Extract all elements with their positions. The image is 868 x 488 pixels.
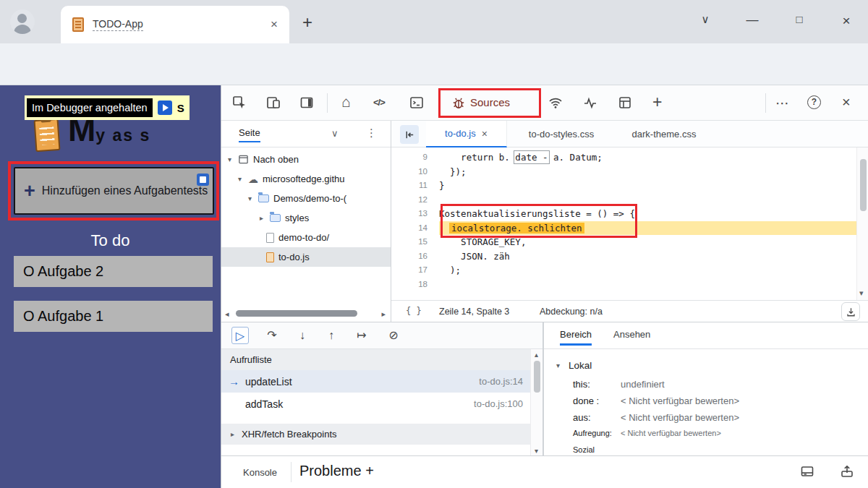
tab-console[interactable]: Konsole xyxy=(243,467,277,478)
code-view[interactable]: 9 return b. date - a. Datum; 10 }); 11 }… xyxy=(391,150,856,300)
devtools-menu-icon[interactable]: ⋯ xyxy=(775,95,789,111)
caret-closed-icon[interactable]: ▸ xyxy=(229,430,237,438)
editor-vertical-scrollbar[interactable]: ▾ xyxy=(856,147,868,300)
minimize-button[interactable]: — xyxy=(741,13,763,27)
tab-list-chevron-icon[interactable]: ∨ xyxy=(694,13,716,26)
profile-avatar[interactable] xyxy=(10,9,35,34)
line-number[interactable]: 17 xyxy=(391,263,439,278)
line-number[interactable]: 15 xyxy=(391,235,439,249)
scrollbar-thumb[interactable] xyxy=(534,361,540,393)
tree-item-styles[interactable]: ▸ styles xyxy=(221,208,391,228)
home-tool-icon[interactable]: ⌂ xyxy=(341,93,351,111)
step-button[interactable]: ↦ xyxy=(353,327,370,344)
navigator-horizontal-scrollbar[interactable]: ◂ ▸ xyxy=(221,307,391,321)
debugger-vertical-scrollbar[interactable]: ▴ ▾ xyxy=(530,349,543,455)
line-number[interactable]: 10 xyxy=(391,165,439,179)
console-sidebar-icon[interactable] xyxy=(800,464,814,479)
toggle-navigator-icon[interactable] xyxy=(400,125,419,144)
code-line[interactable]: 17 ); xyxy=(391,263,856,278)
line-number[interactable]: 16 xyxy=(391,249,439,264)
code-line[interactable]: 9 return b. date - a. Datum; xyxy=(391,150,856,165)
resume-button[interactable]: ▷ xyxy=(231,327,249,344)
tab-close-icon[interactable]: × xyxy=(271,17,278,32)
elements-tool-icon[interactable]: </> xyxy=(373,97,385,108)
line-number[interactable]: 18 xyxy=(391,278,439,292)
tree-item-to-do-js[interactable]: to-do.js xyxy=(221,247,391,267)
scroll-left-icon[interactable]: ◂ xyxy=(225,309,229,319)
maximize-button[interactable]: □ xyxy=(788,13,810,25)
tab-sources[interactable]: Sources xyxy=(470,96,510,108)
navigator-more-icon[interactable]: ⋮ xyxy=(366,127,377,140)
scroll-down-icon[interactable]: ▾ xyxy=(535,447,538,455)
format-braces-icon[interactable]: { } xyxy=(406,306,422,316)
tree-item-html-file[interactable]: demo-to-do/ xyxy=(221,228,391,247)
download-file-button[interactable] xyxy=(841,302,860,321)
line-number[interactable]: 9 xyxy=(391,150,439,165)
scrollbar-thumb[interactable] xyxy=(236,310,357,317)
resume-script-icon[interactable] xyxy=(158,100,172,115)
code-line[interactable]: 12 xyxy=(391,193,856,207)
scroll-up-icon[interactable]: ▴ xyxy=(535,351,538,359)
tab-watch[interactable]: Ansehen xyxy=(613,329,650,340)
code-line[interactable]: 10 }); xyxy=(391,165,856,179)
deactivate-breakpoints-button[interactable]: ⊘ xyxy=(385,327,402,344)
task-item[interactable]: O Aufgabe 2 xyxy=(14,256,213,287)
tab-page[interactable]: Seite xyxy=(239,127,260,142)
step-over-icon[interactable]: S xyxy=(177,102,184,114)
browser-tab[interactable]: TODO-App × xyxy=(61,6,289,43)
xhr-breakpoints-header[interactable]: ▸ XHR/fetch Breakpoints xyxy=(221,424,530,445)
application-icon[interactable] xyxy=(618,95,632,110)
caret-closed-icon[interactable]: ▸ xyxy=(258,214,265,222)
bug-icon[interactable] xyxy=(451,95,466,110)
tree-item-folder[interactable]: ▾ Demos/demo-to-( xyxy=(221,189,391,208)
more-tools-add-icon[interactable]: + xyxy=(652,93,662,112)
new-tab-button[interactable]: + xyxy=(302,12,312,33)
call-stack-frame[interactable]: addTask to-do.js:100 xyxy=(221,393,530,415)
editor-tab-dark-theme-css[interactable]: dark-theme.css xyxy=(617,121,711,147)
caret-open-icon[interactable]: ▾ xyxy=(246,194,254,202)
tab-problems[interactable]: Probleme + xyxy=(299,463,374,479)
code-line[interactable]: 13 Kostenaktualisierungsliste = () => { xyxy=(391,207,856,221)
code-line-paused[interactable]: 14 iocalstorage. schlichten xyxy=(391,221,856,236)
performance-icon[interactable] xyxy=(583,95,597,110)
code-line[interactable]: 16 JSON. zäh xyxy=(391,249,856,264)
step-out-button[interactable]: ↑ xyxy=(323,327,340,344)
task-item[interactable]: O Aufgabe 1 xyxy=(14,301,213,332)
scroll-down-icon[interactable]: ▾ xyxy=(859,288,864,298)
line-number[interactable]: 12 xyxy=(391,193,439,207)
editor-tab-close-icon[interactable]: × xyxy=(482,128,488,140)
code-line[interactable]: 18 xyxy=(391,278,856,292)
line-number[interactable]: 13 xyxy=(391,207,439,221)
caret-open-icon[interactable]: ▾ xyxy=(226,155,234,163)
code-line[interactable]: 11 } xyxy=(391,179,856,193)
tree-item-top-frame[interactable]: ▾ Nach oben xyxy=(221,150,391,169)
editor-tab-to-do-styles-css[interactable]: to-do-styles.css xyxy=(511,121,612,147)
caret-open-icon[interactable]: ▾ xyxy=(554,361,562,369)
device-emulation-icon[interactable] xyxy=(266,95,281,110)
expand-drawer-icon[interactable] xyxy=(840,464,854,479)
call-stack-header[interactable]: Aufrufliste xyxy=(221,349,530,370)
line-number[interactable]: 11 xyxy=(391,179,439,193)
help-icon[interactable]: ? xyxy=(807,95,821,109)
call-stack-frame-current[interactable]: → updateList to-do.js:14 xyxy=(221,370,530,393)
code-line[interactable]: 15 STORAGE_KEY, xyxy=(391,235,856,249)
tab-scope[interactable]: Bereich xyxy=(560,329,592,346)
step-over-button[interactable]: ↷ xyxy=(263,327,281,344)
step-into-button[interactable]: ↓ xyxy=(294,327,311,344)
scroll-right-icon[interactable]: ▸ xyxy=(381,309,386,319)
editor-tab-to-do-js[interactable]: to-do.js × xyxy=(426,121,507,147)
scope-local-section[interactable]: ▾ Lokal xyxy=(554,360,592,371)
line-number[interactable]: 14 xyxy=(391,221,439,236)
tree-item-origin[interactable]: ▾ ☁ microsoftedge.githu xyxy=(221,169,391,189)
tree-label: styles xyxy=(285,213,309,223)
add-task-button[interactable]: + Hinzufügen eines Aufgabentests xyxy=(14,167,214,215)
window-close-button[interactable]: × xyxy=(835,13,857,29)
scrollbar-thumb[interactable] xyxy=(860,159,867,211)
console-tool-icon[interactable] xyxy=(409,95,424,110)
caret-open-icon[interactable]: ▾ xyxy=(236,175,244,183)
network-conditions-icon[interactable] xyxy=(548,95,563,110)
dock-panel-icon[interactable] xyxy=(299,95,314,110)
devtools-close-icon[interactable]: × xyxy=(842,94,851,111)
more-tabs-chevron-icon[interactable]: ∨ xyxy=(331,128,339,139)
inspect-element-icon[interactable] xyxy=(232,95,247,110)
